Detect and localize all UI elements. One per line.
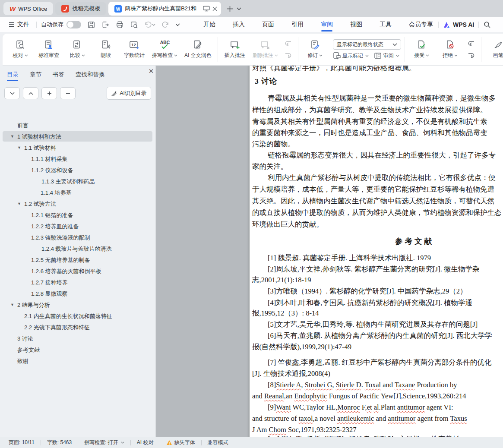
file-menu-button[interactable]: 文件 (6, 19, 32, 30)
toc-item[interactable]: 1.1.1 材料采集 (3, 154, 152, 164)
toc-zoom-out-button[interactable] (60, 87, 76, 99)
toc-item[interactable]: ▼2 结果与分析 (3, 300, 152, 310)
search-button[interactable] (483, 21, 491, 28)
toc-expand-down-button[interactable] (4, 87, 20, 99)
compatibility-mode-indicator[interactable]: 兼容模式 (206, 439, 230, 446)
toc-collapse-arrow-icon[interactable]: ▼ (17, 145, 21, 150)
autosave-control[interactable]: 自动保存 (41, 21, 81, 28)
document-page[interactable]: 对照《真菌鉴定手册》，此真菌可能为链格孢霉属。3 讨论青霉属及其相关有性型属菌种… (250, 66, 503, 437)
ribbon-tab-引用[interactable]: 引用 (291, 17, 304, 32)
read-aloud-button[interactable]: 朗读 (92, 38, 119, 61)
word-count-indicator[interactable]: 字数: 5463 (45, 439, 73, 446)
app-tab-0[interactable]: WWPS Office (3, 2, 53, 15)
status-divider (201, 440, 202, 445)
table-of-contents: 前言▼1 试验材料和方法▼1.1 试验材料1.1.1 材料采集1.1.2 仪器和… (0, 117, 155, 437)
next-change-button[interactable] (466, 51, 477, 60)
print-preview-button[interactable] (130, 21, 138, 29)
toc-item[interactable]: 1.1.4 培养基 (3, 187, 152, 198)
screen-share-icon[interactable] (203, 6, 210, 12)
previous-change-button[interactable] (466, 39, 477, 48)
toc-item[interactable]: 1.2.5 无菌培养基的制备 (3, 255, 152, 265)
tab-list-dropdown-icon[interactable] (237, 7, 241, 10)
page-indicator[interactable]: 页面: 10/11 (7, 439, 36, 446)
autosave-toggle[interactable] (66, 21, 81, 28)
toc-zoom-in-button[interactable] (41, 87, 57, 99)
ink-button[interactable]: 画笔 (485, 38, 503, 61)
missing-font-warning[interactable]: 缺失字体 (165, 439, 197, 446)
toc-item[interactable]: 1.1.3 主要试剂和药品 (3, 176, 152, 186)
spell-check-indicator[interactable]: 拼写检查: 打开 (82, 439, 126, 446)
dropdown-caret-icon (319, 54, 323, 57)
doc-text: [8] (268, 381, 276, 389)
word-count-button[interactable]: 12字数统计 (121, 38, 148, 61)
app-tab-document[interactable]: W两株产紫杉醇内生真菌B21和 (108, 2, 221, 16)
undo-button[interactable] (144, 21, 155, 28)
toc-item[interactable]: 1.2.6 培养基的灭菌和倒平板 (3, 266, 152, 276)
toc-item[interactable]: ▼1.1 试验材料 (3, 142, 152, 153)
review-pane-button[interactable]: 审阅 (374, 52, 399, 60)
sidebar-tab-目录[interactable]: 目录 (7, 69, 19, 80)
standard-review-button[interactable]: 标准审查 (35, 38, 62, 61)
compare-button[interactable]: 比较 (64, 38, 91, 61)
accept-button[interactable]: 接受 (408, 38, 435, 61)
toc-item[interactable]: 3 讨论 (3, 333, 152, 344)
ribbon-tab-插入[interactable]: 插入 (232, 17, 246, 32)
doc-text: ,an (284, 392, 294, 400)
toc-collapse-arrow-icon[interactable]: ▼ (17, 202, 21, 206)
toc-item[interactable]: ▼1 试验材料和方法 (3, 131, 152, 142)
export-button[interactable] (101, 21, 110, 29)
markup-state-dropdown[interactable]: 显示标记的最终状态 (333, 39, 401, 50)
ai-recognize-toc-button[interactable]: AI识别目录 (107, 87, 151, 100)
proofread-button[interactable]: 校对 (7, 38, 34, 61)
toc-item-label: 1 试验材料和方法 (17, 133, 61, 141)
sidebar-tab-书签[interactable]: 书签 (53, 69, 64, 80)
print-button[interactable] (116, 21, 124, 29)
ai-polish-button[interactable]: AI 全文润色 (182, 38, 214, 61)
wps-ai-button[interactable]: WPS AI (443, 21, 474, 28)
toc-item[interactable]: 2.2 光镜下真菌形态和特征 (3, 322, 152, 332)
doc-text: and (374, 414, 388, 423)
show-markup-button[interactable]: 显示标记 (333, 52, 369, 60)
save-button[interactable] (87, 21, 95, 29)
ribbon-group: 修订显示标记的最终状态显示标记审阅 (302, 38, 401, 61)
toc-collapse-arrow-icon[interactable]: ▼ (10, 134, 14, 139)
toc-item[interactable]: 致谢 (3, 356, 152, 366)
redo-button[interactable] (161, 21, 169, 28)
spell-check-button[interactable]: ABC拼写检查 (149, 38, 180, 61)
new-tab-button[interactable] (227, 6, 233, 12)
tab-close-icon[interactable] (212, 6, 217, 11)
ribbon-tab-审阅[interactable]: 审阅 (320, 17, 334, 32)
toc-item[interactable]: 1.2.4 载玻片与盖玻片的清洗 (3, 243, 152, 254)
ai-proofread-indicator[interactable]: AI 校对 (135, 439, 155, 446)
toc-item[interactable]: 1.1.2 仪器和设备 (3, 165, 152, 175)
toc-item[interactable]: 1.2.3 铬酸洗涤液的配制 (3, 232, 152, 243)
misspelled-word: Stierle D (336, 381, 361, 389)
toc-collapse-up-button[interactable] (23, 87, 38, 99)
toc-item-label: 1.1.3 主要试剂和药品 (41, 178, 95, 186)
toc-item[interactable]: 1.2.8 显微观察 (3, 288, 152, 299)
sidebar-close-icon[interactable]: ✕ (147, 67, 155, 76)
doc-text: Soc,1971,93:2325-2327 (286, 426, 357, 434)
ribbon-tab-开始[interactable]: 开始 (202, 17, 216, 32)
doc-text: Fungus of Pacific Yew[J],Science,1993,26… (327, 392, 466, 400)
toc-item[interactable]: 1.2.1 铝箔的准备 (3, 210, 152, 220)
reject-button[interactable]: 拒绝 (437, 38, 464, 61)
ribbon-tab-会员专享[interactable]: 会员专享 (408, 17, 434, 32)
toc-item[interactable]: 2.1 内生真菌的生长状况和菌落特征 (3, 311, 152, 321)
ribbon-tab-视图[interactable]: 视图 (349, 17, 363, 32)
menu-bar: 文件 自动保存 开始插入页面引用审阅视图工具会员专享 WPS AI (0, 17, 503, 32)
sidebar-tab-查找和替换[interactable]: 查找和替换 (76, 69, 105, 80)
toc-item[interactable]: 前言 (3, 120, 152, 130)
sidebar-tab-章节[interactable]: 章节 (30, 69, 41, 80)
toc-collapse-arrow-icon[interactable]: ▼ (10, 303, 14, 307)
toc-item[interactable]: ▼1.2 试验方法 (3, 199, 152, 209)
toc-item[interactable]: 参考文献 (3, 344, 152, 355)
toc-item[interactable]: 1.2.2 培养皿的准备 (3, 221, 152, 231)
toc-item[interactable]: 1.2.7 接种培养 (3, 277, 152, 287)
customize-toolbar-dropdown-icon[interactable] (175, 23, 180, 26)
ribbon-tab-页面[interactable]: 页面 (261, 17, 275, 32)
ribbon-tab-工具[interactable]: 工具 (379, 17, 392, 32)
insert-comment-button[interactable]: 插入批注 (221, 38, 248, 61)
app-tab-1[interactable]: 找稻壳模板 (55, 2, 106, 15)
track-changes-button[interactable]: 修订 (302, 38, 329, 61)
